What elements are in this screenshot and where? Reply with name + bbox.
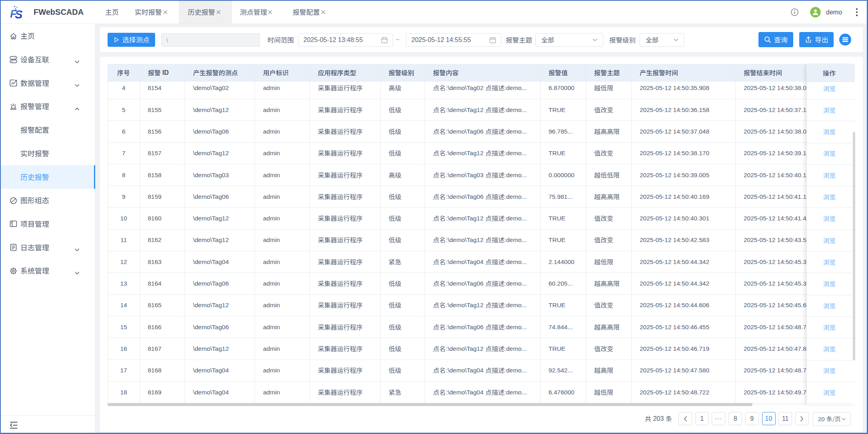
svg-text:S: S — [15, 8, 23, 20]
